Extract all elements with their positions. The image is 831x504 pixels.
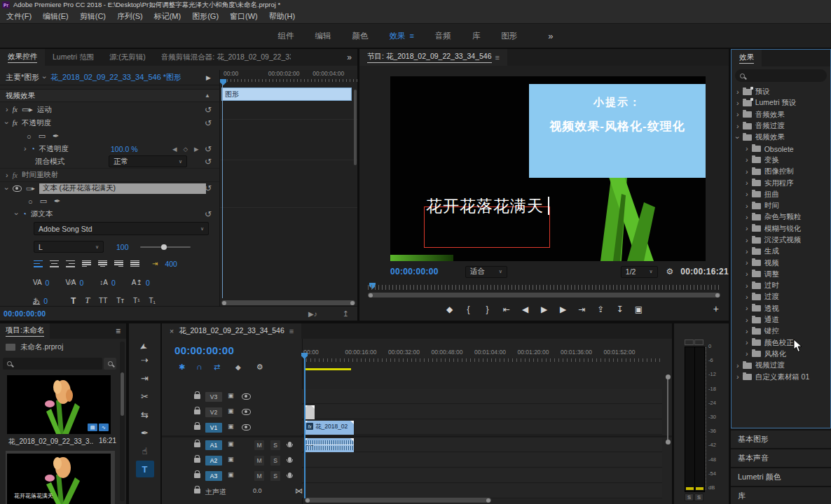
project-tab[interactable]: 项目:未命名 (0, 323, 50, 339)
step-forward-button[interactable]: ▶ (559, 304, 568, 314)
chevron-right-icon[interactable]: › (746, 214, 748, 221)
next-keyframe-icon[interactable]: ▶ (194, 146, 199, 153)
menu-item[interactable]: 文件(F) (6, 11, 32, 22)
panel-tab[interactable]: Lumetri 范围 (45, 49, 102, 66)
solo-button[interactable]: S (270, 456, 280, 465)
export-frame-button[interactable]: ▣ (635, 304, 643, 314)
tracking-value[interactable]: 400 (165, 260, 177, 268)
razor-tool[interactable]: ✂ (136, 388, 154, 405)
effects-bin[interactable]: ›自定义素材箱 01 (732, 371, 830, 382)
workspace-tab[interactable]: 编辑≡ (315, 31, 331, 41)
justify-all-icon[interactable] (130, 260, 139, 267)
timeline-playhead[interactable] (304, 358, 305, 498)
chevron-right-icon[interactable]: › (746, 202, 748, 210)
track-a2-lane[interactable] (302, 453, 662, 468)
chevron-right-icon[interactable]: › (746, 316, 748, 324)
effects-bin[interactable]: ›视频效果 (732, 132, 830, 143)
menu-item[interactable]: 序列(S) (117, 11, 143, 22)
panel-menu-icon[interactable]: ≡ (409, 31, 413, 40)
program-scrub-bar[interactable] (368, 283, 720, 290)
chevron-right-icon[interactable]: › (746, 156, 748, 164)
ellipse-mask-icon[interactable]: ○ (28, 197, 33, 206)
project-item-thumbnail[interactable]: 花开花落花满天 (7, 454, 111, 504)
small-caps-icon[interactable]: Tᴛ (116, 297, 124, 304)
pen-mask-icon[interactable]: ✒ (53, 132, 59, 141)
reset-icon[interactable]: ↺ (205, 209, 212, 219)
solo-right-button[interactable]: S (694, 493, 703, 501)
chevron-right-icon[interactable]: › (746, 339, 748, 346)
mic-icon[interactable] (288, 472, 291, 477)
time-remap-row[interactable]: › fx 时间重映射 (0, 168, 219, 181)
track-a1-lane[interactable] (302, 438, 662, 452)
eye-icon[interactable] (242, 409, 251, 415)
panel-menu-icon[interactable]: ≡ (110, 323, 126, 339)
effects-bin[interactable]: ›风格化 (732, 349, 830, 360)
graphics-clip-bar[interactable]: 图形 (221, 88, 352, 101)
mini-playhead[interactable] (222, 79, 223, 298)
workspace-tab[interactable]: 库≡ (472, 31, 481, 41)
blend-mode-select[interactable]: 正常 ∨ (109, 155, 187, 167)
audio-meter-left[interactable] (685, 346, 695, 492)
tracking-value2[interactable]: 0 (79, 279, 83, 287)
tsume-value[interactable]: 0 (43, 297, 48, 305)
solo-button[interactable]: S (270, 440, 280, 450)
sync-lock-icon[interactable]: ▣ (228, 471, 234, 478)
video-effects-section[interactable]: 视频效果 ▲ (0, 89, 219, 102)
subtitle-text[interactable]: 花开花落花满天 (426, 195, 544, 217)
pen-tool[interactable]: ✒ (136, 424, 154, 441)
chevron-right-icon[interactable]: › (746, 168, 748, 176)
linked-selection-icon[interactable]: ⇄ (214, 363, 220, 372)
justify-last-right-icon[interactable] (114, 260, 123, 267)
chevron-right-icon[interactable]: › (746, 237, 748, 244)
solo-button[interactable]: S (270, 471, 280, 481)
align-right-icon[interactable] (66, 260, 75, 267)
add-keyframe-icon[interactable]: ◇ (184, 146, 188, 153)
effects-bin[interactable]: ›杂色与颗粒 (732, 211, 830, 223)
subscript-icon[interactable]: T₁ (149, 297, 155, 304)
chevron-right-icon[interactable]: › (734, 136, 741, 139)
track-v3-label[interactable]: V3 (205, 392, 222, 402)
scrollbar-handle[interactable] (666, 374, 671, 379)
rect-mask-icon[interactable]: ▭ (40, 197, 47, 206)
menu-item[interactable]: 帮助(H) (269, 11, 295, 22)
more-workspaces-button[interactable]: » (548, 31, 553, 41)
bowtie-icon[interactable]: ⋈ (295, 486, 303, 496)
faux-bold-icon[interactable]: T (71, 296, 76, 306)
effects-bin[interactable]: ›生成 (732, 246, 830, 257)
selection-tool[interactable]: ➤ (135, 330, 156, 352)
lock-icon[interactable] (194, 425, 200, 430)
chevron-down-icon[interactable]: › (3, 122, 11, 125)
collapsed-panel-header[interactable]: Lumetri 颜色 (731, 467, 831, 486)
timeline-timecode[interactable]: 00:00:00:00 (174, 344, 234, 356)
chevron-right-icon[interactable]: › (736, 362, 739, 370)
stopwatch-icon[interactable]: ◔ (22, 210, 27, 218)
effects-bin[interactable]: ›时间 (732, 200, 830, 211)
all-caps-icon[interactable]: TT (99, 297, 107, 304)
workspace-tab[interactable]: 音频≡ (435, 31, 451, 41)
menu-item[interactable]: 剪辑(C) (80, 11, 106, 22)
reset-icon[interactable]: ↺ (205, 144, 212, 154)
superscript-icon[interactable]: T¹ (133, 297, 139, 304)
lock-icon[interactable] (194, 394, 200, 399)
effects-bin[interactable]: ›颜色校正 (732, 337, 830, 349)
rect-mask-icon[interactable]: ▭ (39, 132, 46, 141)
video-clip-v1[interactable]: fx 花_2018_02 (304, 421, 354, 435)
chevron-right-icon[interactable]: › (736, 99, 739, 107)
pen-mask-icon[interactable]: ✒ (54, 197, 60, 206)
justify-last-center-icon[interactable] (98, 260, 107, 267)
effects-bin[interactable]: ›键控 (732, 326, 830, 337)
timeline-ruler[interactable]: :00:0000:00:16:0000:00:32:0000:00:48:000… (302, 349, 662, 358)
chevron-down-icon[interactable]: › (41, 76, 49, 79)
track-a1-label[interactable]: A1 (205, 440, 222, 450)
track-select-forward-tool[interactable]: ⇢ (136, 351, 154, 368)
effects-bin[interactable]: ›过渡 (732, 291, 830, 302)
timeline-settings-wrench-icon[interactable]: ⚙ (256, 363, 263, 372)
mute-button[interactable]: M (254, 471, 264, 481)
track-a3-label[interactable]: A3 (205, 471, 222, 481)
search-bin-button[interactable] (104, 358, 116, 370)
sync-lock-icon[interactable]: ▣ (228, 423, 234, 430)
snap-icon[interactable]: ∩ (196, 362, 202, 372)
reset-icon[interactable]: ↺ (205, 183, 212, 193)
lock-icon[interactable] (194, 458, 200, 463)
hand-tool[interactable]: ☝ (136, 442, 154, 459)
